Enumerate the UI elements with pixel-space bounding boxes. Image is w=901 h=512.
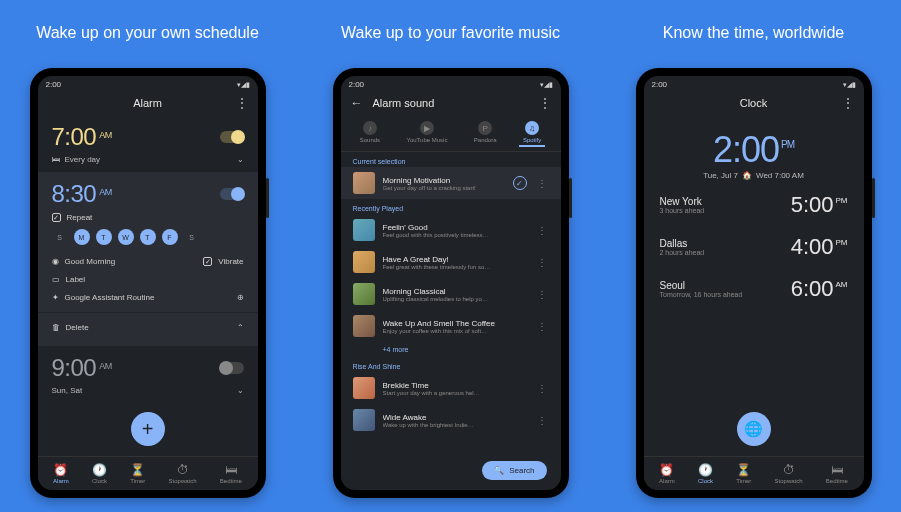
alarm-schedule: Every day (65, 155, 101, 164)
label-row[interactable]: ▭Label (52, 272, 244, 287)
city-item[interactable]: Dallas2 hours ahead 4:00PM (644, 226, 864, 268)
day-f[interactable]: F (162, 229, 178, 245)
tab-pandora[interactable]: PPandora (470, 119, 501, 147)
alarm-schedule-row[interactable]: 🛏Every day ⌄ (38, 153, 258, 172)
album-art (353, 251, 375, 273)
city-time: 5:00 (791, 192, 834, 217)
nav-timer[interactable]: ⏳Timer (736, 463, 751, 484)
screen-alarm: 2:00 ▾◢▮ Alarm ⋮ 7:00AM 🛏Every day ⌄ (38, 76, 258, 490)
clock-icon: 🕐 (698, 463, 713, 477)
chevron-down-icon[interactable]: ⌄ (237, 386, 244, 395)
track-item[interactable]: Have A Great Day!Feel great with these t… (341, 246, 561, 278)
app-header: Alarm ⋮ (38, 91, 258, 115)
vibrate-button[interactable]: Vibrate (203, 254, 243, 269)
tab-youtube[interactable]: ▶YouTube Music (402, 119, 451, 147)
track-title: Morning Motivation (383, 176, 505, 185)
more-icon[interactable]: ⋮ (842, 96, 854, 110)
nav-bedtime[interactable]: 🛏Bedtime (220, 463, 242, 484)
day-s[interactable]: S (52, 229, 68, 245)
nav-alarm[interactable]: ⏰Alarm (53, 463, 69, 484)
nav-alarm[interactable]: ⏰Alarm (659, 463, 675, 484)
day-t[interactable]: T (96, 229, 112, 245)
tone-label: Good Morning (65, 257, 116, 266)
repeat-checkbox[interactable] (52, 213, 61, 222)
section-recent: Recently Played (341, 199, 561, 214)
track-more-icon[interactable]: ⋮ (535, 225, 549, 236)
track-more-icon[interactable]: ⋮ (535, 321, 549, 332)
alarm-item[interactable]: 8:30AM (52, 180, 244, 210)
nav-clock[interactable]: 🕐Clock (92, 463, 107, 484)
alarm-toggle[interactable] (220, 188, 244, 200)
track-item[interactable]: Morning ClassicalUplifting classical mel… (341, 278, 561, 310)
spotify-icon: ♫ (525, 121, 539, 135)
track-item[interactable]: Morning Motivation Get your day off to a… (341, 167, 561, 199)
track-more-icon[interactable]: ⋮ (535, 178, 549, 189)
day-w[interactable]: W (118, 229, 134, 245)
track-more-icon[interactable]: ⋮ (535, 383, 549, 394)
chevron-down-icon[interactable]: ⌄ (237, 155, 244, 164)
track-list[interactable]: Current selection Morning Motivation Get… (341, 152, 561, 490)
day-t2[interactable]: T (140, 229, 156, 245)
nav-timer[interactable]: ⏳Timer (130, 463, 145, 484)
panel-title: Know the time, worldwide (663, 24, 844, 42)
tab-sounds[interactable]: ♪Sounds (356, 119, 384, 147)
city-offset: Tomorrow, 16 hours ahead (660, 291, 743, 298)
track-more-icon[interactable]: ⋮ (535, 415, 549, 426)
more-link[interactable]: +4 more (341, 342, 561, 357)
vibrate-label: Vibrate (218, 257, 243, 266)
city-offset: 2 hours ahead (660, 249, 705, 256)
tab-spotify[interactable]: ♫Spotify (519, 119, 545, 147)
bedtime-icon: 🛏 (225, 463, 237, 477)
status-bar: 2:00 ▾◢▮ (341, 76, 561, 91)
add-city-fab[interactable] (737, 412, 771, 446)
nav-stopwatch[interactable]: ⏱Stopwatch (169, 463, 197, 484)
album-art (353, 377, 375, 399)
vibrate-checkbox[interactable] (203, 257, 212, 266)
city-time: 6:00 (791, 276, 834, 301)
search-label: Search (509, 466, 534, 475)
day-s2[interactable]: S (184, 229, 200, 245)
nav-stopwatch[interactable]: ⏱Stopwatch (775, 463, 803, 484)
nav-bedtime[interactable]: 🛏Bedtime (826, 463, 848, 484)
alarm-icon: ⏰ (659, 463, 674, 477)
add-alarm-fab[interactable]: + (131, 412, 165, 446)
delete-row[interactable]: 🗑Delete ⌃ (52, 317, 244, 338)
city-ampm: PM (836, 238, 848, 247)
section-current: Current selection (341, 152, 561, 167)
city-item[interactable]: New York3 hours ahead 5:00PM (644, 184, 864, 226)
alarm-item[interactable]: 9:00AM (38, 346, 258, 384)
track-more-icon[interactable]: ⋮ (535, 289, 549, 300)
more-icon[interactable]: ⋮ (539, 96, 551, 110)
assistant-row[interactable]: ✦Google Assistant Routine ⊕ (52, 287, 244, 308)
alarm-schedule-row[interactable]: Sun, Sat ⌄ (38, 384, 258, 403)
header-title: Alarm sound (373, 97, 551, 109)
track-title: Wide Awake (383, 413, 527, 422)
city-item[interactable]: SeoulTomorrow, 16 hours ahead 6:00AM (644, 268, 864, 310)
day-m[interactable]: M (74, 229, 90, 245)
alarm-time: 7:00 (52, 123, 97, 150)
panel-alarm: Wake up on your own schedule 2:00 ▾◢▮ Al… (0, 0, 295, 512)
alarm-item[interactable]: 7:00AM (38, 115, 258, 153)
track-item[interactable]: Wake Up And Smell The CoffeeEnjoy your c… (341, 310, 561, 342)
sounds-icon: ♪ (363, 121, 377, 135)
nav-clock[interactable]: 🕐Clock (698, 463, 713, 484)
track-sub: Feel good with this positively timeless… (383, 232, 527, 238)
add-icon[interactable]: ⊕ (237, 293, 244, 302)
back-icon[interactable]: ← (351, 96, 363, 110)
chevron-up-icon[interactable]: ⌃ (237, 323, 244, 332)
delete-icon: 🗑 (52, 323, 60, 332)
panel-clock: Know the time, worldwide 2:00 ▾◢▮ Clock … (606, 0, 901, 512)
search-button[interactable]: 🔍 Search (482, 461, 546, 480)
tone-button[interactable]: ◉Good Morning (52, 254, 116, 269)
label-icon: ▭ (52, 275, 60, 284)
more-icon[interactable]: ⋮ (236, 96, 248, 110)
alarm-toggle[interactable] (220, 131, 244, 143)
track-item[interactable]: Brekkie TimeStart your day with a genero… (341, 372, 561, 404)
repeat-row[interactable]: Repeat (52, 210, 244, 225)
section-rise: Rise And Shine (341, 357, 561, 372)
track-item[interactable]: Feelin' GoodFeel good with this positive… (341, 214, 561, 246)
city-name: Dallas (660, 238, 705, 249)
track-more-icon[interactable]: ⋮ (535, 257, 549, 268)
track-item[interactable]: Wide AwakeWake up with the brightest Ind… (341, 404, 561, 436)
alarm-toggle[interactable] (220, 362, 244, 374)
